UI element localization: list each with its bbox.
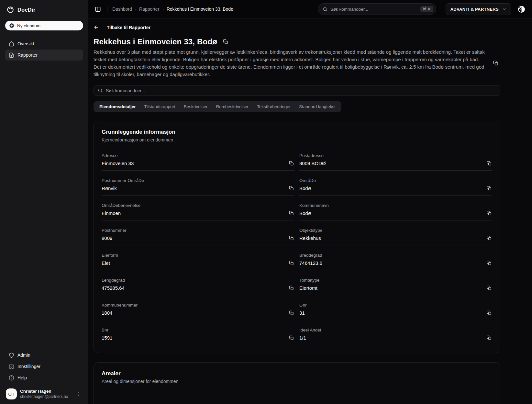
sidebar-spacer <box>5 61 83 342</box>
user-options-button[interactable] <box>75 390 83 398</box>
field-value-row: Einmoveien 33 <box>102 160 294 171</box>
new-property-button[interactable]: Ny eiendom <box>5 21 83 30</box>
sidebar-item-help[interactable]: Help <box>5 372 83 383</box>
field-label: OmråDebenevnelse <box>102 203 294 208</box>
copy-icon <box>487 211 492 216</box>
field-value-row: 8009 <box>102 235 294 245</box>
field-value: 31 <box>299 310 305 316</box>
copy-icon <box>289 161 294 166</box>
copy-field-button[interactable] <box>486 160 492 166</box>
copy-icon <box>487 310 492 315</box>
tab-standard-langtekst[interactable]: Standard langtekst <box>295 103 339 111</box>
breadcrumb-dashbord[interactable]: Dashbord <box>112 6 132 12</box>
organization-name: ADVANTI & PARTNERS <box>450 7 499 12</box>
sidebar: DocDir Ny eiendom Oversikt <box>0 0 88 404</box>
theme-toggle-button[interactable] <box>516 4 527 15</box>
copy-icon <box>289 211 294 216</box>
property-field: Adresse Einmoveien 33 <box>102 153 294 171</box>
copy-field-button[interactable] <box>486 285 492 291</box>
tab-list: Eiendomsdetaljer Tilstandsrapport Beskri… <box>94 101 341 112</box>
copy-field-button[interactable] <box>288 260 294 266</box>
copy-field-button[interactable] <box>486 310 492 316</box>
sidebar-item-innstillinger[interactable]: Innstillinger <box>5 361 83 372</box>
property-field: Postnummer OmråDe Rønvik <box>102 178 294 196</box>
home-icon <box>9 41 14 47</box>
breadcrumb-rapporter[interactable]: Rapporter <box>139 6 159 12</box>
copy-icon <box>289 310 294 315</box>
back-link[interactable]: Tilbake til Rapporter <box>94 25 500 30</box>
copy-icon <box>487 335 492 340</box>
avatar: CH <box>6 388 17 399</box>
docdir-logo-icon <box>6 6 14 14</box>
copy-field-button[interactable] <box>486 235 492 241</box>
field-label: Tomtetype <box>299 278 492 283</box>
panel-left-icon <box>95 6 101 12</box>
property-field: Postadresse 8009 BODØ <box>299 153 492 171</box>
field-label: Eierform <box>102 253 294 258</box>
search-placeholder: Søk kommandoer... <box>330 7 418 12</box>
copy-field-button[interactable] <box>288 210 294 216</box>
sidebar-item-rapporter[interactable]: Rapporter <box>5 50 83 61</box>
property-field: Kommunenummer 1804 <box>102 303 294 320</box>
keyboard-shortcut-badge: ⌘ K <box>420 6 433 12</box>
copy-field-button[interactable] <box>486 260 492 266</box>
chevron-right-icon: › <box>135 7 136 12</box>
field-value: 1804 <box>102 310 112 316</box>
copy-field-button[interactable] <box>288 285 294 291</box>
copy-field-button[interactable] <box>486 185 492 191</box>
field-label: Breddegrad <box>299 253 492 258</box>
tab-tilstandsrapport[interactable]: Tilstandsrapport <box>140 103 179 111</box>
copy-icon <box>487 186 492 191</box>
topbar-divider <box>441 6 441 12</box>
sidebar-toggle-button[interactable] <box>94 5 102 14</box>
document-icon <box>9 52 14 58</box>
section-subtitle: Areal og dimensjoner for eiendommen <box>102 379 492 384</box>
app-logo: DocDir <box>5 5 83 14</box>
page-search-input[interactable]: Søk kommandoer... <box>94 85 500 96</box>
field-value: Rønvik <box>102 185 117 191</box>
command-search-input[interactable]: Søk kommandoer... ⌘ K <box>318 3 436 15</box>
field-value: Bodø <box>299 210 311 216</box>
section-grunnleggende-informasjon: Grunnleggende informasjon Kjerneinformas… <box>94 121 500 353</box>
user-name: Christer Hagen <box>20 389 72 394</box>
copy-title-button[interactable] <box>222 39 229 45</box>
copy-field-button[interactable] <box>288 235 294 241</box>
sidebar-item-admin[interactable]: Admin <box>5 350 83 361</box>
copy-icon <box>487 286 492 290</box>
field-label: Kommunenummer <box>102 303 294 308</box>
tab-beskrivelser[interactable]: Beskrivelser <box>180 103 212 111</box>
field-value-row: 31 <box>299 310 492 320</box>
contrast-icon <box>517 5 526 13</box>
copy-field-button[interactable] <box>486 335 492 341</box>
breadcrumb-current: Rekkehus i Einmoveien 33, Bodø <box>167 6 234 12</box>
property-field: Postnummer 8009 <box>102 228 294 245</box>
copy-icon <box>493 61 498 66</box>
tab-eiendomsdetaljer[interactable]: Eiendomsdetaljer <box>95 103 140 111</box>
dots-vertical-icon <box>76 392 81 397</box>
copy-description-button[interactable] <box>493 60 499 66</box>
sidebar-item-label: Oversikt <box>17 41 34 46</box>
copy-field-button[interactable] <box>288 185 294 191</box>
user-menu[interactable]: CH Christer Hagen christer.hagen@partner… <box>5 388 83 399</box>
shield-icon <box>9 353 14 358</box>
search-placeholder: Søk kommandoer... <box>106 88 145 93</box>
tab-rombeskrivelser[interactable]: Rombeskrivelser <box>212 103 252 111</box>
field-value-row: Bodø <box>299 210 492 220</box>
copy-field-button[interactable] <box>288 335 294 341</box>
field-value-row: Eiet <box>102 260 294 270</box>
property-field: Ideel Andel 1/1 <box>299 328 492 345</box>
sidebar-item-oversikt[interactable]: Oversikt <box>5 38 83 49</box>
organization-switcher-button[interactable]: ADVANTI & PARTNERS <box>446 3 511 15</box>
copy-field-button[interactable] <box>486 210 492 216</box>
field-label: Postnummer <box>102 228 294 233</box>
copy-icon <box>223 39 228 44</box>
field-value-row: Rønvik <box>102 185 294 196</box>
field-value-row: 475285.64 <box>102 285 294 295</box>
copy-field-button[interactable] <box>288 160 294 166</box>
field-value-row: Einmoen <box>102 210 294 220</box>
description-block: Rekkehus over 3 plan med støpt plate mot… <box>94 48 500 78</box>
tab-tekstforbedringer[interactable]: Tekstforbedringer <box>253 103 294 111</box>
copy-field-button[interactable] <box>288 310 294 316</box>
topbar-divider <box>107 6 107 12</box>
sidebar-nav: Oversikt Rapporter <box>5 38 83 61</box>
